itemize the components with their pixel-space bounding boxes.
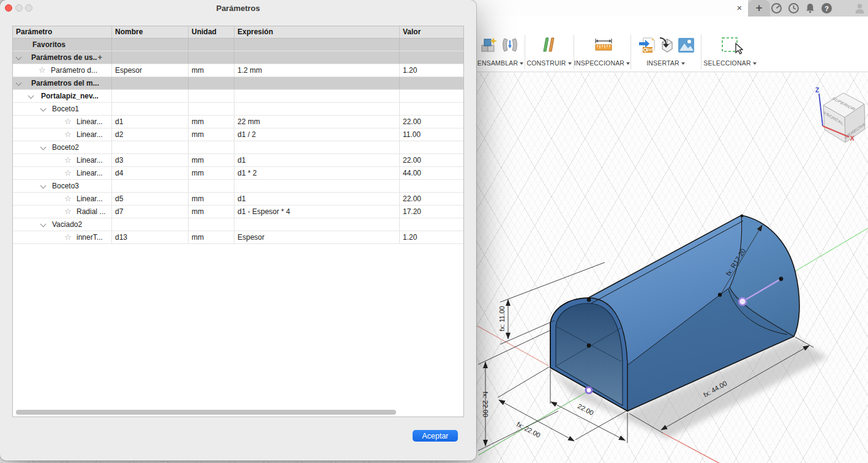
- chevron-down-icon[interactable]: [40, 183, 47, 189]
- table-row[interactable]: ☆Linear...d4mmd1 * 244.00: [13, 167, 463, 180]
- parameter-expression[interactable]: Espesor: [234, 231, 400, 243]
- table-row[interactable]: Parámetros del m...: [13, 77, 463, 90]
- parameter-unit[interactable]: mm: [189, 154, 234, 166]
- table-row[interactable]: Boceto3: [13, 180, 463, 193]
- table-row[interactable]: ☆Linear...d2mmd1 / 211.00: [13, 128, 463, 141]
- parameter-expression[interactable]: d1: [234, 193, 400, 205]
- parameter-expression[interactable]: d1: [234, 154, 400, 166]
- parameter-name[interactable]: d4: [112, 167, 189, 179]
- parameter-unit[interactable]: mm: [189, 193, 234, 205]
- favorite-star-icon[interactable]: ☆: [64, 206, 72, 218]
- insert-canvas-icon[interactable]: [677, 36, 695, 54]
- scrollbar-thumb[interactable]: [16, 410, 396, 415]
- close-tab-icon[interactable]: ×: [733, 2, 746, 14]
- parameter-name[interactable]: d5: [112, 193, 189, 205]
- table-row[interactable]: Vaciado2: [13, 218, 463, 231]
- table-row[interactable]: ☆Radial ...d7mmd1 - Espesor * 417.20: [13, 206, 463, 218]
- parameter-expression[interactable]: d1 - Espesor * 4: [234, 206, 400, 218]
- parameter-value[interactable]: 22.00: [400, 116, 464, 128]
- horizontal-scrollbar[interactable]: [15, 410, 462, 415]
- measure-icon[interactable]: [594, 36, 613, 54]
- new-tab-button[interactable]: +: [748, 0, 770, 17]
- svg-text:?: ?: [825, 5, 829, 12]
- chevron-down-icon[interactable]: [40, 221, 47, 228]
- column-header[interactable]: Valor: [400, 26, 464, 38]
- derive-icon[interactable]: [657, 36, 676, 54]
- joint-icon[interactable]: [501, 36, 519, 54]
- insert-svg-icon[interactable]: SVG: [638, 36, 656, 54]
- parameter-name: [112, 90, 189, 102]
- profile-avatar[interactable]: [853, 2, 866, 15]
- construct-plane-icon[interactable]: [540, 36, 558, 54]
- parameter-unit[interactable]: mm: [189, 64, 234, 76]
- favorite-star-icon[interactable]: ☆: [64, 116, 72, 128]
- column-header[interactable]: Nombre: [112, 26, 189, 38]
- parameter-expression: [234, 77, 400, 89]
- column-header[interactable]: Expresión: [234, 26, 400, 38]
- table-row[interactable]: Portalapiz_nev...: [13, 90, 463, 103]
- favorite-star-icon[interactable]: ☆: [64, 231, 72, 243]
- chevron-down-icon[interactable]: [28, 93, 34, 99]
- column-header[interactable]: Unidad: [189, 26, 234, 38]
- parameter-name[interactable]: d7: [112, 206, 189, 218]
- parameter-unit[interactable]: mm: [189, 128, 234, 141]
- parameter-name[interactable]: d3: [112, 154, 189, 166]
- parameter-name[interactable]: d1: [112, 116, 189, 128]
- parameter-name[interactable]: Espesor: [112, 64, 189, 76]
- help-icon[interactable]: ?: [820, 2, 833, 15]
- accept-button[interactable]: Aceptar: [413, 430, 458, 442]
- svg-text:SVG: SVG: [646, 48, 654, 52]
- favorite-star-icon[interactable]: ☆: [39, 64, 46, 76]
- table-row[interactable]: ☆Linear...d1mm22 mm22.00: [13, 116, 463, 128]
- parameter-value[interactable]: 44.00: [400, 167, 464, 179]
- table-row[interactable]: ☆innerT...d13mmEspesor1.20: [13, 231, 463, 244]
- parameter-value: [400, 90, 464, 102]
- parameter-label: Parámetros de us..+: [31, 51, 102, 64]
- parameter-unit[interactable]: mm: [189, 116, 234, 128]
- parameter-expression[interactable]: 1.2 mm: [234, 64, 400, 76]
- clock-icon[interactable]: [787, 2, 800, 15]
- chevron-down-icon[interactable]: [16, 80, 22, 86]
- select-box-icon[interactable]: [721, 36, 748, 54]
- parameter-label: Parámetro d...: [51, 64, 97, 76]
- parameter-expression[interactable]: 22 mm: [234, 116, 400, 128]
- new-component-icon[interactable]: [480, 36, 498, 54]
- parameter-unit[interactable]: mm: [189, 231, 234, 243]
- table-row[interactable]: Boceto1: [13, 103, 463, 116]
- parameter-value[interactable]: 22.00: [400, 193, 464, 205]
- chevron-down-icon[interactable]: [16, 54, 22, 61]
- construct-menu-button[interactable]: CONSTRUIR: [525, 59, 574, 67]
- parameter-value[interactable]: 22.00: [400, 154, 464, 166]
- parameter-value[interactable]: 1.20: [400, 64, 464, 76]
- chevron-down-icon[interactable]: [40, 106, 47, 112]
- assemble-menu-button[interactable]: ENSAMBLAR: [476, 59, 525, 67]
- favorite-star-icon[interactable]: ☆: [64, 167, 72, 179]
- parameter-value[interactable]: 17.20: [400, 206, 464, 218]
- parameter-expression[interactable]: d1 / 2: [234, 128, 400, 141]
- parameter-expression: [234, 51, 400, 64]
- parameter-name[interactable]: d13: [112, 231, 189, 243]
- inspect-menu-button[interactable]: INSPECCIONAR: [574, 59, 630, 67]
- chevron-down-icon[interactable]: [40, 144, 47, 150]
- table-row[interactable]: Boceto2: [13, 141, 463, 154]
- parameter-expression[interactable]: d1 * 2: [234, 167, 400, 179]
- add-parameter-icon[interactable]: +: [97, 51, 102, 64]
- select-menu-button[interactable]: SELECCIONAR: [673, 59, 787, 67]
- table-row[interactable]: ☆Linear...d3mmd122.00: [13, 154, 463, 167]
- table-row[interactable]: Favoritos: [13, 39, 463, 51]
- parameter-value[interactable]: 11.00: [400, 128, 464, 141]
- table-row[interactable]: ☆Linear...d5mmd122.00: [13, 193, 463, 206]
- parameter-value[interactable]: 1.20: [400, 231, 464, 243]
- notifications-bell-icon[interactable]: [804, 2, 817, 15]
- favorite-star-icon[interactable]: ☆: [64, 128, 72, 141]
- dialog-titlebar[interactable]: Parámetros: [0, 0, 476, 16]
- column-header[interactable]: Parámetro: [13, 26, 112, 38]
- parameter-name[interactable]: d2: [112, 128, 189, 141]
- parameter-unit[interactable]: mm: [189, 206, 234, 218]
- favorite-star-icon[interactable]: ☆: [64, 193, 72, 205]
- table-row[interactable]: ☆Parámetro d...Espesormm1.2 mm1.20: [13, 64, 463, 77]
- parameter-unit[interactable]: mm: [189, 167, 234, 179]
- table-row[interactable]: Parámetros de us..+: [13, 51, 463, 64]
- favorite-star-icon[interactable]: ☆: [64, 154, 72, 166]
- job-status-icon[interactable]: [770, 2, 783, 15]
